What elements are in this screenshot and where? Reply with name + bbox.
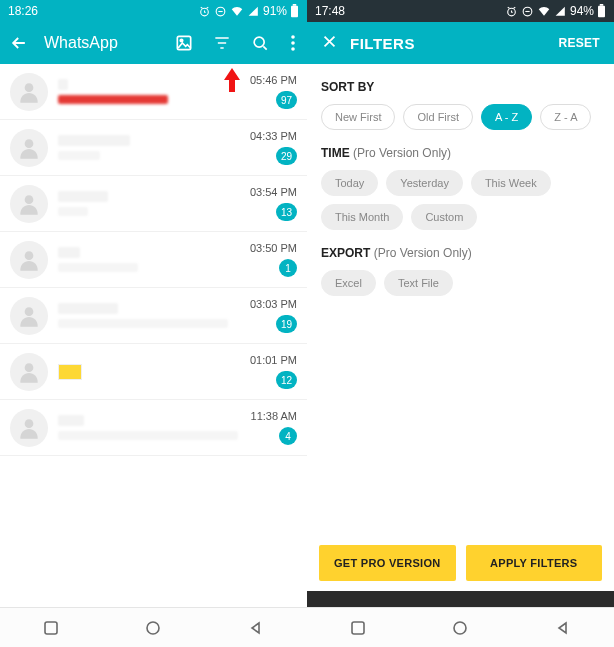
svg-point-18 (147, 622, 159, 634)
status-bar: 18:26 91% (0, 0, 307, 22)
nav-home[interactable] (139, 614, 167, 642)
svg-point-15 (25, 363, 34, 372)
svg-point-13 (25, 251, 34, 260)
chat-message-redacted (58, 431, 238, 440)
svg-rect-3 (293, 4, 297, 6)
reset-button[interactable]: RESET (558, 36, 600, 50)
chips-time: TodayYesterdayThis WeekThis MonthCustom (321, 170, 600, 230)
chat-row[interactable]: 05:46 PM97 (0, 64, 307, 120)
back-button[interactable] (8, 32, 30, 54)
close-button[interactable] (321, 33, 338, 54)
chat-row[interactable]: 04:33 PM29 (0, 120, 307, 176)
chip-excel[interactable]: Excel (321, 270, 376, 296)
wifi-icon (230, 4, 244, 18)
chip-new-first[interactable]: New First (321, 104, 395, 130)
battery-icon (290, 4, 299, 18)
chat-row[interactable]: 11:38 AM4 (0, 400, 307, 456)
chat-row[interactable]: 03:50 PM1 (0, 232, 307, 288)
chat-message-redacted (58, 263, 138, 272)
filter-button[interactable] (211, 32, 233, 54)
chip-z-a[interactable]: Z - A (540, 104, 591, 130)
unread-badge: 19 (276, 315, 297, 333)
svg-point-7 (291, 35, 295, 39)
svg-point-14 (25, 307, 34, 316)
avatar (10, 409, 48, 447)
search-button[interactable] (249, 32, 271, 54)
status-icons: 94% (505, 4, 606, 18)
chat-list[interactable]: 05:46 PM9704:33 PM2903:54 PM1303:50 PM10… (0, 64, 307, 607)
svg-point-8 (291, 41, 295, 45)
app-bar: WhatsApp (0, 22, 307, 64)
svg-point-9 (291, 47, 295, 51)
svg-point-12 (25, 195, 34, 204)
battery-text: 94% (570, 4, 594, 18)
image-icon (174, 33, 194, 53)
chat-time: 03:03 PM (250, 298, 297, 310)
chat-message-redacted (58, 319, 228, 328)
media-thumb (58, 364, 82, 380)
nav-bar (0, 607, 307, 647)
signal-icon (554, 5, 567, 18)
chip-old-first[interactable]: Old First (403, 104, 473, 130)
phone-right: 17:48 94% FILTERS RESET SORT BY New Firs… (307, 0, 614, 647)
chips-sort: New FirstOld FirstA - ZZ - A (321, 104, 600, 130)
apply-filters-button[interactable]: APPLY FILTERS (466, 545, 603, 581)
unread-badge: 13 (276, 203, 297, 221)
chat-name-redacted (58, 135, 130, 146)
section-export-label: EXPORT (Pro Version Only) (321, 246, 600, 260)
filter-body: SORT BY New FirstOld FirstA - ZZ - A TIM… (307, 64, 614, 535)
status-icons: 91% (198, 4, 299, 18)
svg-point-6 (254, 37, 264, 47)
wifi-icon (537, 4, 551, 18)
chip-yesterday[interactable]: Yesterday (386, 170, 463, 196)
svg-rect-23 (352, 622, 364, 634)
chip-a-z[interactable]: A - Z (481, 104, 532, 130)
chat-row[interactable]: 01:01 PM12 (0, 344, 307, 400)
svg-point-5 (180, 39, 183, 42)
chat-row[interactable]: 03:54 PM13 (0, 176, 307, 232)
search-icon (250, 33, 270, 53)
appbar-title: WhatsApp (44, 34, 159, 52)
chat-name-redacted (58, 303, 118, 314)
get-pro-button[interactable]: GET PRO VERSION (319, 545, 456, 581)
unread-badge: 97 (276, 91, 297, 109)
filter-title: FILTERS (350, 35, 546, 52)
chat-time: 03:54 PM (250, 186, 297, 198)
chat-name-redacted (58, 415, 84, 426)
filter-header: FILTERS RESET (307, 22, 614, 64)
chat-message-redacted (58, 207, 88, 216)
section-sort-label: SORT BY (321, 80, 600, 94)
chat-time: 11:38 AM (251, 410, 297, 422)
more-button[interactable] (287, 32, 299, 54)
nav-home[interactable] (446, 614, 474, 642)
battery-text: 91% (263, 4, 287, 18)
chip-this-week[interactable]: This Week (471, 170, 551, 196)
filter-actions: GET PRO VERSION APPLY FILTERS (307, 535, 614, 591)
chip-custom[interactable]: Custom (411, 204, 477, 230)
nav-back[interactable] (549, 614, 577, 642)
svg-rect-22 (600, 4, 604, 6)
unread-badge: 4 (279, 427, 297, 445)
chat-name-redacted (58, 191, 108, 202)
battery-icon (597, 4, 606, 18)
nav-recent[interactable] (37, 614, 65, 642)
chip-today[interactable]: Today (321, 170, 378, 196)
chat-time: 03:50 PM (250, 242, 297, 254)
more-icon (291, 35, 295, 51)
nav-back[interactable] (242, 614, 270, 642)
chip-this-month[interactable]: This Month (321, 204, 403, 230)
signal-icon (247, 5, 260, 18)
status-time: 17:48 (315, 4, 345, 18)
filter-icon (212, 33, 232, 53)
red-arrow-annotation (223, 68, 241, 92)
gallery-button[interactable] (173, 32, 195, 54)
nav-recent[interactable] (344, 614, 372, 642)
chip-text-file[interactable]: Text File (384, 270, 453, 296)
avatar (10, 185, 48, 223)
chat-message-redacted (58, 95, 168, 104)
svg-point-24 (454, 622, 466, 634)
chat-time: 05:46 PM (250, 74, 297, 86)
avatar (10, 73, 48, 111)
chat-row[interactable]: 03:03 PM19 (0, 288, 307, 344)
svg-point-10 (25, 83, 34, 92)
